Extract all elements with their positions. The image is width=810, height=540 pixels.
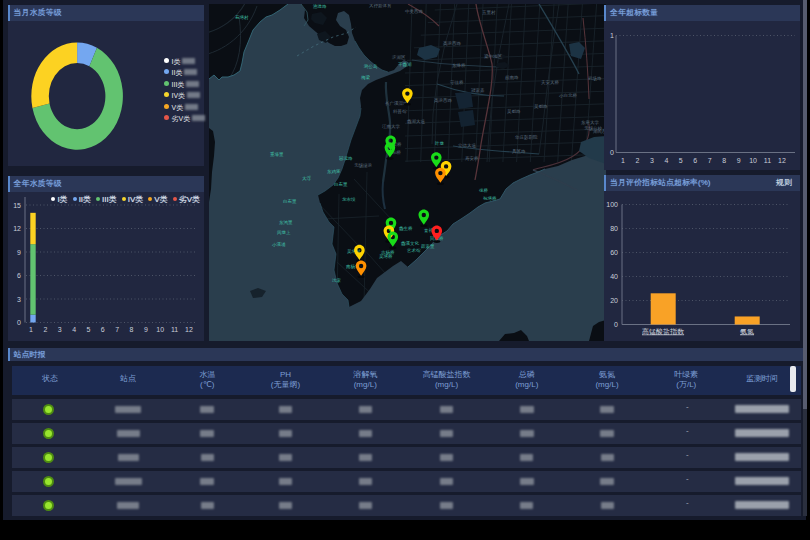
svg-text:5: 5 [86, 326, 90, 333]
svg-text:五里村: 五里村 [482, 9, 496, 16]
svg-text:长广溪湿地: 长广溪湿地 [385, 100, 408, 106]
svg-text:5: 5 [679, 156, 683, 163]
svg-text:无锡绿浪: 无锡绿浪 [354, 162, 373, 168]
svg-text:12: 12 [778, 156, 786, 163]
svg-text:1: 1 [610, 32, 614, 39]
svg-text:蠡湖大道: 蠡湖大道 [407, 118, 426, 124]
svg-text:4: 4 [72, 326, 76, 333]
svg-text:20: 20 [610, 297, 618, 304]
svg-text:1: 1 [621, 156, 625, 163]
svg-text:江南大学: 江南大学 [382, 124, 401, 129]
svg-text:9: 9 [737, 156, 741, 163]
svg-text:7: 7 [115, 326, 119, 333]
svg-text:华庄影剧院: 华庄影剧院 [515, 134, 538, 140]
svg-text:中奥西路: 中奥西路 [405, 8, 424, 14]
svg-text:40: 40 [610, 273, 618, 280]
svg-text:机场路: 机场路 [588, 76, 602, 82]
svg-text:冠家弄: 冠家弄 [471, 87, 485, 93]
svg-text:滨湖区: 滨湖区 [392, 54, 406, 60]
svg-text:东鸿里: 东鸿里 [279, 220, 293, 225]
svg-text:100: 100 [606, 201, 618, 208]
svg-text:立信大道: 立信大道 [458, 143, 477, 148]
svg-text:叶巷: 叶巷 [435, 141, 445, 146]
svg-text:2: 2 [635, 156, 639, 163]
svg-text:高浪西路: 高浪西路 [434, 97, 453, 103]
svg-text:薛家里: 薛家里 [421, 244, 435, 249]
svg-text:15: 15 [13, 202, 21, 209]
svg-text:艺术馆: 艺术馆 [407, 248, 421, 253]
svg-text:0: 0 [17, 319, 21, 326]
svg-text:高浪西路: 高浪西路 [443, 40, 462, 46]
svg-text:重墙里: 重墙里 [270, 151, 284, 157]
svg-text:4: 4 [664, 156, 668, 163]
svg-text:10: 10 [749, 156, 757, 163]
svg-text:高锰酸盐指数: 高锰酸盐指数 [642, 327, 685, 335]
svg-text:龙市坝: 龙市坝 [342, 197, 356, 202]
svg-text:梅梁: 梅梁 [361, 74, 371, 81]
svg-text:祝塘桥: 祝塘桥 [483, 196, 497, 201]
svg-text:白石里: 白石里 [334, 181, 348, 187]
svg-text:吴都路: 吴都路 [507, 109, 521, 114]
svg-text:渔港路: 渔港路 [313, 4, 327, 9]
svg-text:9: 9 [17, 249, 21, 256]
svg-text:8: 8 [129, 326, 133, 333]
svg-text:12: 12 [13, 225, 21, 232]
svg-text:园渎路: 园渎路 [339, 156, 353, 161]
svg-text:0: 0 [614, 321, 618, 328]
svg-text:吉杨桥: 吉杨桥 [381, 250, 395, 255]
svg-text:2: 2 [43, 326, 47, 333]
svg-text:80: 80 [610, 225, 618, 232]
svg-text:11: 11 [170, 326, 177, 333]
svg-text:梁中地区: 梁中地区 [484, 53, 503, 59]
svg-text:天安大桥: 天安大桥 [541, 80, 560, 85]
svg-text:吴都路: 吴都路 [534, 104, 548, 109]
svg-text:3: 3 [57, 326, 61, 333]
svg-text:蠡溪文化: 蠡溪文化 [401, 240, 420, 246]
svg-text:8: 8 [722, 156, 726, 163]
svg-text:沈家: 沈家 [332, 278, 342, 283]
svg-text:7: 7 [708, 156, 712, 163]
svg-text:60: 60 [610, 249, 618, 256]
svg-text:12: 12 [185, 326, 193, 333]
svg-text:0: 0 [610, 149, 614, 156]
svg-text:6: 6 [693, 156, 697, 163]
svg-text:小溪浦: 小溪浦 [272, 241, 286, 247]
svg-text:6: 6 [17, 272, 21, 279]
svg-text:10: 10 [156, 326, 164, 333]
svg-text:9: 9 [143, 326, 147, 333]
svg-text:东唐大学: 东唐大学 [581, 120, 600, 125]
svg-text:东绛桥: 东绛桥 [452, 63, 466, 68]
svg-text:寿安桥: 寿安桥 [465, 156, 479, 162]
svg-text:3: 3 [17, 296, 21, 303]
svg-text:白石里: 白石里 [283, 198, 297, 204]
svg-text:张桥: 张桥 [479, 188, 489, 193]
svg-text:千蠡湖: 千蠡湖 [398, 61, 412, 67]
svg-text:小白北桥: 小白北桥 [559, 93, 578, 98]
svg-text:蠡生桥: 蠡生桥 [399, 225, 413, 231]
svg-text:3: 3 [650, 156, 654, 163]
svg-text:具区路: 具区路 [512, 148, 526, 154]
svg-text:11: 11 [764, 156, 771, 163]
svg-text:大浮: 大浮 [302, 175, 312, 181]
svg-text:6: 6 [100, 326, 104, 333]
svg-text:1: 1 [29, 326, 33, 333]
svg-text:守佳桥: 守佳桥 [450, 80, 464, 85]
svg-text:渤公岛: 渤公岛 [363, 64, 378, 69]
svg-text:东鸡笼: 东鸡笼 [327, 169, 341, 174]
svg-text:科普馆: 科普馆 [393, 109, 407, 114]
svg-text:石塘村: 石塘村 [235, 14, 249, 21]
svg-text:大桴新体育: 大桴新体育 [369, 4, 392, 8]
svg-text:氨氮: 氨氮 [740, 327, 754, 335]
svg-text:无锡分校: 无锡分校 [584, 125, 603, 131]
